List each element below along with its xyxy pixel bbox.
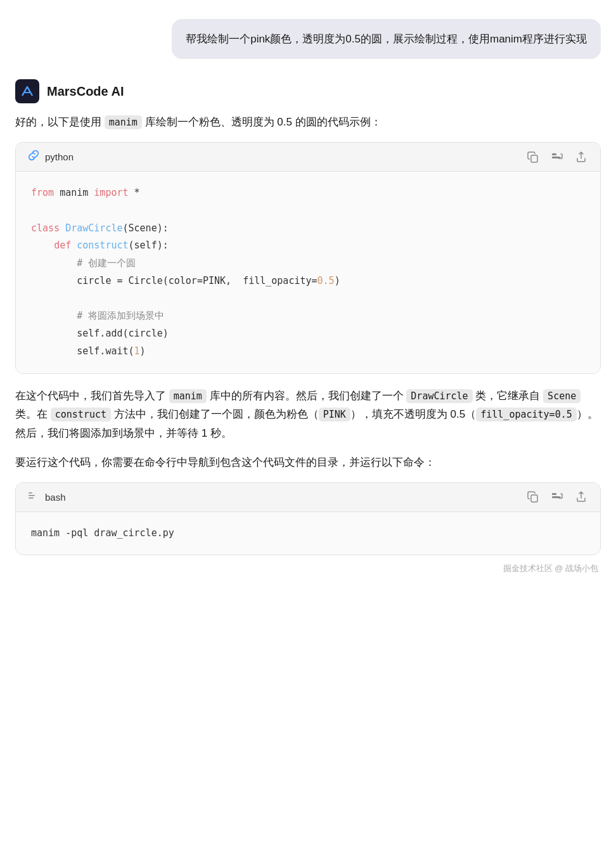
desc-mid5: ），填充不透明度为 0.5（ bbox=[350, 408, 476, 420]
code-line-4: def construct(self): bbox=[31, 237, 585, 255]
svg-rect-2 bbox=[552, 153, 556, 155]
user-message-text: 帮我绘制一个pink颜色，透明度为0.5的圆，展示绘制过程，使用manim程序进… bbox=[186, 33, 587, 45]
svg-rect-5 bbox=[29, 495, 35, 496]
run-desc-label: 要运行这个代码，你需要在命令行中导航到包含这个代码文件的目录，并运行以下命令： bbox=[15, 456, 435, 468]
python-export-button[interactable] bbox=[574, 150, 589, 165]
python-code-body: from manim import * class DrawCircle(Sce… bbox=[16, 172, 600, 373]
desc-code3: Scene bbox=[543, 389, 581, 403]
ai-name-label: MarsCode AI bbox=[47, 84, 124, 99]
desc-code1: manim bbox=[169, 389, 207, 403]
bash-code-header: bash bbox=[16, 483, 600, 512]
python-lang-wrap: python bbox=[27, 149, 74, 165]
code-line-empty1 bbox=[31, 202, 585, 220]
python-copy-button[interactable] bbox=[525, 150, 541, 165]
desc-mid4: 方法中，我们创建了一个圆，颜色为粉色（ bbox=[111, 408, 319, 420]
desc-paragraph: 在这个代码中，我们首先导入了 manim 库中的所有内容。然后，我们创建了一个 … bbox=[15, 387, 601, 443]
desc-code5: PINK bbox=[319, 408, 350, 421]
ai-intro-code: manim bbox=[105, 115, 142, 129]
svg-rect-8 bbox=[552, 493, 556, 495]
python-code-block: python bbox=[15, 142, 601, 374]
watermark: 掘金技术社区 @ 战场小包 bbox=[15, 563, 601, 574]
ai-intro-text: 好的，以下是使用 manim 库绘制一个粉色、透明度为 0.5 的圆的代码示例： bbox=[15, 113, 601, 132]
desc-code2: DrawCircle bbox=[406, 389, 472, 403]
python-wrap-button[interactable] bbox=[549, 150, 565, 165]
user-bubble: 帮我绘制一个pink颜色，透明度为0.5的圆，展示绘制过程，使用manim程序进… bbox=[172, 19, 601, 59]
run-desc-text: 要运行这个代码，你需要在命令行中导航到包含这个代码文件的目录，并运行以下命令： bbox=[15, 453, 601, 472]
bash-code-block: bash bbox=[15, 482, 601, 556]
ai-intro-before: 好的，以下是使用 bbox=[15, 116, 105, 128]
bash-export-button[interactable] bbox=[574, 489, 589, 504]
desc-mid2: 类，它继承自 bbox=[473, 390, 543, 402]
desc-code4: construct bbox=[51, 408, 111, 421]
code-line-8: # 将圆添加到场景中 bbox=[31, 307, 585, 325]
ai-header: MarsCode AI bbox=[15, 79, 601, 103]
bash-lang-wrap: bash bbox=[27, 489, 66, 505]
code-line-6: circle = Circle(color=PINK, fill_opacity… bbox=[31, 273, 585, 290]
watermark-text: 掘金技术社区 @ 战场小包 bbox=[503, 563, 598, 573]
bash-code-actions bbox=[525, 489, 589, 504]
code-line-1: from manim import * bbox=[31, 184, 585, 202]
code-line-9: self.add(circle) bbox=[31, 325, 585, 343]
desc-mid3: 类。在 bbox=[15, 408, 51, 420]
ai-response: MarsCode AI 好的，以下是使用 manim 库绘制一个粉色、透明度为 … bbox=[15, 79, 601, 574]
user-message-wrap: 帮我绘制一个pink颜色，透明度为0.5的圆，展示绘制过程，使用manim程序进… bbox=[15, 19, 601, 59]
python-code-header: python bbox=[16, 143, 600, 172]
desc-code6: fill_opacity=0.5 bbox=[476, 408, 577, 421]
code-line-5: # 创建一个圆 bbox=[31, 255, 585, 273]
ai-logo-icon bbox=[15, 79, 39, 103]
svg-rect-4 bbox=[29, 492, 32, 494]
desc-before: 在这个代码中，我们首先导入了 bbox=[15, 390, 169, 402]
code-line-empty2 bbox=[31, 290, 585, 308]
bash-lang-icon bbox=[27, 489, 40, 505]
bash-copy-button[interactable] bbox=[525, 489, 541, 504]
svg-rect-3 bbox=[552, 157, 560, 158]
desc-mid1: 库中的所有内容。然后，我们创建了一个 bbox=[207, 390, 406, 402]
bash-line-1: manim -pql draw_circle.py bbox=[31, 525, 585, 543]
svg-rect-9 bbox=[552, 496, 560, 498]
bash-lang-label: bash bbox=[45, 492, 66, 503]
svg-rect-1 bbox=[531, 155, 537, 162]
svg-rect-7 bbox=[531, 495, 537, 502]
code-line-3: class DrawCircle(Scene): bbox=[31, 220, 585, 238]
code-line-10: self.wait(1) bbox=[31, 343, 585, 361]
ai-intro-after: 库绘制一个粉色、透明度为 0.5 的圆的代码示例： bbox=[142, 116, 382, 128]
python-lang-label: python bbox=[45, 151, 74, 162]
bash-code-body: manim -pql draw_circle.py bbox=[16, 512, 600, 555]
svg-rect-6 bbox=[29, 498, 34, 499]
python-lang-icon bbox=[27, 149, 40, 165]
bash-wrap-button[interactable] bbox=[549, 489, 565, 504]
python-code-actions bbox=[525, 150, 589, 165]
